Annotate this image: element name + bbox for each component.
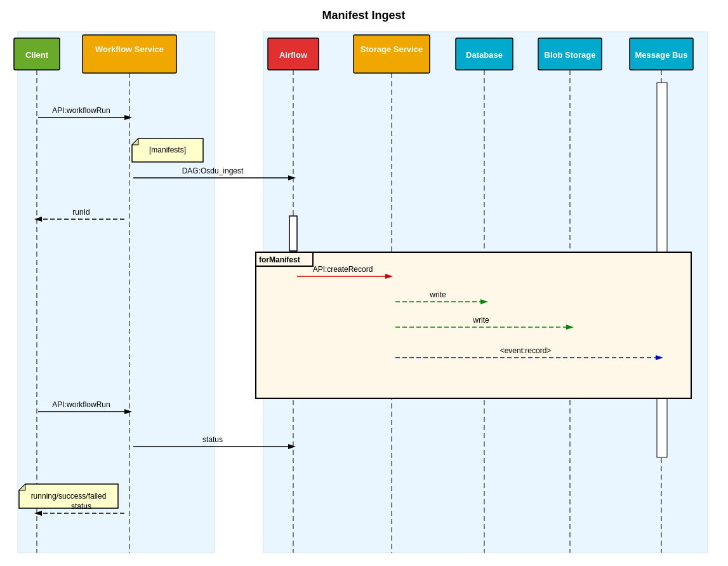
diagram-title: Manifest Ingest [322, 9, 405, 22]
msg-dag-ingest-label: DAG:Osdu_ingest [182, 166, 244, 175]
sequence-diagram: Manifest Ingest Client Workflow Service … [0, 0, 728, 566]
airflow-label: Airflow [279, 50, 308, 60]
msg-api-workflowrun-2-label: API:workflowRun [52, 400, 110, 409]
formanifest-loop [256, 252, 691, 398]
msg-runid-label: runId [72, 208, 89, 217]
msg-write-db-label: write [429, 290, 446, 299]
blob-label: Blob Storage [545, 50, 596, 60]
manifests-note-text: [manifests] [149, 145, 186, 154]
storage-label: Storage Service [361, 44, 423, 54]
msg-createrecord-label: API:createRecord [313, 265, 373, 274]
diagram-container: Manifest Ingest Client Workflow Service … [0, 0, 728, 566]
status-note-text: running/success/failed [31, 492, 107, 501]
workflow-label: Workflow Service [95, 44, 164, 54]
msg-write-blob-label: write [472, 316, 489, 325]
svg-rect-6 [354, 35, 430, 73]
msg-status-1-label: status [202, 435, 223, 444]
database-label: Database [466, 50, 503, 60]
airflow-activation-1 [289, 216, 297, 251]
formanifest-label: forManifest [259, 255, 300, 264]
msg-api-workflowrun-1-label: API:workflowRun [52, 106, 110, 115]
msg-status-2-label: status [71, 502, 91, 511]
svg-rect-1 [18, 32, 215, 553]
msg-event-record-label: <event:record> [500, 346, 552, 355]
client-label: Client [25, 50, 49, 60]
msgbus-label: Message Bus [635, 50, 687, 60]
svg-rect-4 [83, 35, 176, 73]
